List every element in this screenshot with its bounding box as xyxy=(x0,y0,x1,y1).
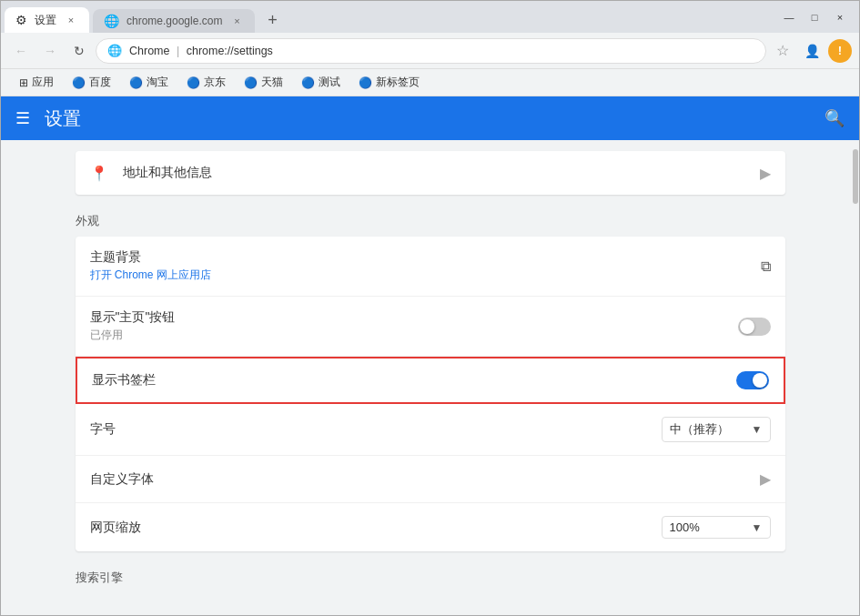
settings-tab-close[interactable]: × xyxy=(64,13,78,27)
bookmark-taobao[interactable]: 🔵 淘宝 xyxy=(122,73,176,92)
taobao-icon: 🔵 xyxy=(129,76,143,89)
baidu-icon: 🔵 xyxy=(72,76,86,89)
settings-tab-icon: ⚙ xyxy=(15,13,27,27)
home-button-toggle-container xyxy=(738,318,771,336)
bookmark-test-label: 测试 xyxy=(319,75,340,90)
scrollbar-track[interactable] xyxy=(852,140,859,615)
home-button-toggle-knob xyxy=(740,319,754,334)
title-bar-tabs: ⚙ 设置 × 🌐 chrome.google.com × + xyxy=(1,1,777,33)
menu-icon[interactable]: ☰ xyxy=(15,108,30,128)
maximize-button[interactable]: □ xyxy=(803,8,826,26)
search-icon[interactable]: 🔍 xyxy=(825,108,845,128)
navigation-bar: ← → ↻ 🌐 Chrome | chrome://settings ☆ 👤 ! xyxy=(1,33,859,69)
warning-button[interactable]: ! xyxy=(828,39,852,63)
bookmark-jd-label: 京东 xyxy=(204,75,226,90)
home-button-subtitle: 已停用 xyxy=(90,328,738,343)
account-button[interactable]: 👤 xyxy=(799,38,825,64)
font-size-dropdown[interactable]: 中（推荐） ▼ xyxy=(662,417,771,442)
custom-font-arrow-icon: ▶ xyxy=(760,470,771,488)
google-tab-icon: 🌐 xyxy=(104,14,119,28)
zoom-row[interactable]: 网页缩放 100% ▼ xyxy=(76,503,785,551)
zoom-value: 100% xyxy=(670,520,700,534)
external-link-icon[interactable]: ⧉ xyxy=(761,258,771,275)
page-title: 设置 xyxy=(45,106,81,131)
appearance-section-label: 外观 xyxy=(76,213,785,229)
settings-inner: 📍 地址和其他信息 ▶ 外观 主题背景 打开 Chrome 网上应用店 ⧉ xyxy=(57,151,804,611)
apps-icon: ⊞ xyxy=(19,76,28,89)
google-tab-label: chrome.google.com xyxy=(126,15,222,27)
bookmark-newtab[interactable]: 🔵 新标签页 xyxy=(351,73,427,92)
bookmarks-bar-toggle[interactable] xyxy=(736,371,769,389)
search-section-label: 搜索引擎 xyxy=(76,570,785,586)
address-row[interactable]: 📍 地址和其他信息 ▶ xyxy=(76,151,785,195)
home-button-row[interactable]: 显示"主页"按钮 已停用 xyxy=(76,297,785,357)
theme-row-content: 主题背景 打开 Chrome 网上应用店 xyxy=(90,249,761,283)
settings-header: ☰ 设置 🔍 xyxy=(1,96,859,140)
settings-scroll[interactable]: 📍 地址和其他信息 ▶ 外观 主题背景 打开 Chrome 网上应用店 ⧉ xyxy=(1,140,859,615)
bookmarks-bar-title: 显示书签栏 xyxy=(92,372,736,389)
theme-title: 主题背景 xyxy=(90,249,761,266)
bookmark-newtab-label: 新标签页 xyxy=(376,75,420,90)
bookmarks-bar: ⊞ 应用 🔵 百度 🔵 淘宝 🔵 京东 🔵 天猫 🔵 测试 🔵 新标签页 xyxy=(1,69,859,96)
bookmark-jd[interactable]: 🔵 京东 xyxy=(179,73,233,92)
home-button-toggle[interactable] xyxy=(738,318,771,336)
google-tab-close[interactable]: × xyxy=(229,14,244,28)
forward-button[interactable]: → xyxy=(37,38,63,64)
bookmarks-bar-toggle-knob xyxy=(753,373,767,388)
settings-tab-label: 设置 xyxy=(35,13,56,28)
zoom-action: 100% ▼ xyxy=(662,516,771,539)
custom-font-title: 自定义字体 xyxy=(90,471,760,488)
content-area: 📍 地址和其他信息 ▶ 外观 主题背景 打开 Chrome 网上应用店 ⧉ xyxy=(1,140,859,615)
bookmarks-bar-row[interactable]: 显示书签栏 xyxy=(76,357,785,404)
appearance-card: 主题背景 打开 Chrome 网上应用店 ⧉ 显示"主页"按钮 已停用 xyxy=(76,237,785,551)
theme-row[interactable]: 主题背景 打开 Chrome 网上应用店 ⧉ xyxy=(76,237,785,297)
zoom-dropdown-arrow-icon: ▼ xyxy=(752,521,763,534)
refresh-button[interactable]: ↻ xyxy=(66,38,92,64)
font-size-content: 字号 xyxy=(90,421,662,438)
address-bar[interactable]: 🌐 Chrome | chrome://settings xyxy=(96,38,766,64)
bookmark-taobao-label: 淘宝 xyxy=(147,75,168,90)
home-button-content: 显示"主页"按钮 已停用 xyxy=(90,309,738,343)
test-icon: 🔵 xyxy=(301,76,315,89)
zoom-content: 网页缩放 xyxy=(90,520,662,536)
address-url: chrome://settings xyxy=(187,45,273,57)
custom-font-row[interactable]: 自定义字体 ▶ xyxy=(76,456,785,503)
jd-icon: 🔵 xyxy=(187,76,200,89)
minimize-button[interactable]: — xyxy=(777,8,801,26)
tab-settings[interactable]: ⚙ 设置 × xyxy=(5,7,89,33)
font-size-title: 字号 xyxy=(90,421,662,438)
font-size-value: 中（推荐） xyxy=(670,421,729,438)
scrollbar-thumb[interactable] xyxy=(853,149,858,204)
address-separator: | xyxy=(177,45,179,57)
address-bar-icon: 🌐 xyxy=(107,44,122,57)
custom-font-content: 自定义字体 xyxy=(90,471,760,488)
bookmark-tianmao[interactable]: 🔵 天猫 xyxy=(237,73,290,92)
bookmark-baidu-label: 百度 xyxy=(89,75,111,90)
home-button-title: 显示"主页"按钮 xyxy=(90,309,738,326)
close-button[interactable]: × xyxy=(828,8,852,26)
tab-google[interactable]: 🌐 chrome.google.com × xyxy=(93,9,255,33)
font-size-row[interactable]: 字号 中（推荐） ▼ xyxy=(76,404,785,456)
font-size-dropdown-arrow-icon: ▼ xyxy=(752,423,763,436)
zoom-dropdown[interactable]: 100% ▼ xyxy=(662,516,771,539)
back-button[interactable]: ← xyxy=(8,38,34,64)
bookmark-test[interactable]: 🔵 测试 xyxy=(294,73,348,92)
bookmark-apps-label: 应用 xyxy=(32,75,54,90)
custom-font-action: ▶ xyxy=(760,470,771,488)
address-row-icon: 📍 xyxy=(90,165,108,182)
title-bar: ⚙ 设置 × 🌐 chrome.google.com × + — □ × xyxy=(1,1,859,33)
address-bar-text: Chrome | chrome://settings xyxy=(129,45,754,57)
bookmarks-bar-content: 显示书签栏 xyxy=(92,372,736,389)
bookmark-baidu[interactable]: 🔵 百度 xyxy=(65,73,118,92)
address-row-arrow-icon: ▶ xyxy=(760,165,771,182)
theme-action: ⧉ xyxy=(761,258,771,275)
bookmark-apps[interactable]: ⊞ 应用 xyxy=(12,73,61,92)
tianmao-icon: 🔵 xyxy=(244,76,258,89)
bookmark-star-button[interactable]: ☆ xyxy=(770,38,795,64)
new-tab-button[interactable]: + xyxy=(258,7,286,33)
window-controls: — □ × xyxy=(777,8,859,26)
zoom-title: 网页缩放 xyxy=(90,520,662,536)
theme-subtitle[interactable]: 打开 Chrome 网上应用店 xyxy=(90,268,761,283)
window-frame: ⚙ 设置 × 🌐 chrome.google.com × + — □ × ← →… xyxy=(0,0,860,616)
bookmarks-bar-toggle-container xyxy=(736,371,769,389)
